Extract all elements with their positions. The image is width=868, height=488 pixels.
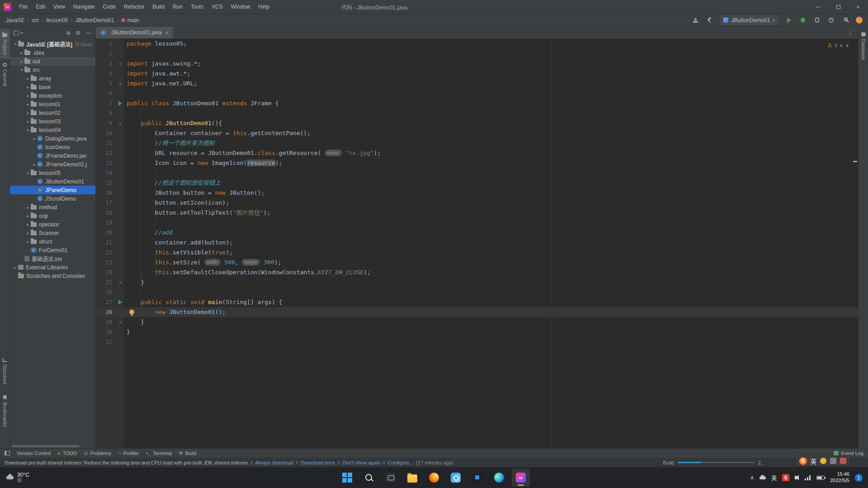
menu-window[interactable]: Window xyxy=(227,0,255,14)
code-line[interactable]: package lesson05; xyxy=(124,39,858,49)
code-line[interactable] xyxy=(124,168,858,178)
code-line[interactable]: this.setSize( width: 500, height: 300); xyxy=(124,258,858,267)
menu-refactor[interactable]: Refactor xyxy=(120,0,148,14)
tree-collapsed-chevron-icon[interactable]: ▸ xyxy=(25,214,31,218)
run-button[interactable] xyxy=(783,15,794,25)
tree-item-jscrolldemo[interactable]: CJScrollDemo xyxy=(10,194,95,203)
hammer-button[interactable] xyxy=(704,15,715,25)
tree-item-idea[interactable]: ▸.idea xyxy=(10,48,95,57)
battery-icon[interactable] xyxy=(816,476,825,480)
code-line[interactable]: Icon icon = new ImageIcon(resource); xyxy=(124,158,858,168)
gutter-line[interactable]: 17 xyxy=(96,198,124,208)
debug-button[interactable] xyxy=(797,15,808,25)
tree-collapsed-chevron-icon[interactable]: ▸ xyxy=(19,51,24,55)
status-action-always-download[interactable]: Always download xyxy=(255,460,293,465)
gutter-line[interactable]: 9∨ xyxy=(96,118,124,128)
tool-window-button-problems[interactable]: ⊙Problems xyxy=(84,450,111,456)
tool-stripe-database[interactable]: Database xyxy=(859,29,868,64)
breadcrumb-item-lesson05[interactable]: lesson05 xyxy=(44,16,70,24)
gutter-line[interactable]: 11 xyxy=(96,138,124,148)
tree-collapsed-chevron-icon[interactable]: ▸ xyxy=(25,85,31,89)
gutter-line[interactable]: 13 xyxy=(96,158,124,168)
code-line[interactable]: button.setIcon(icon); xyxy=(124,198,858,208)
users-button[interactable] xyxy=(690,15,701,25)
tree-item-exception[interactable]: ▸exception xyxy=(10,91,95,100)
tree-item-lesson04[interactable]: ▾lesson04 xyxy=(10,126,95,134)
gutter-line[interactable]: 8 xyxy=(96,108,124,118)
code-line[interactable]: public JButtonDemo01(){ xyxy=(124,118,858,128)
tree-collapsed-chevron-icon[interactable]: ▸ xyxy=(25,205,31,210)
tree-item-scanner[interactable]: ▸Scanner xyxy=(10,229,95,237)
gutter-line[interactable]: 14 xyxy=(96,168,124,178)
tool-stripe-commit[interactable]: Commit xyxy=(0,60,10,90)
search-button[interactable] xyxy=(840,15,850,25)
gutter-line[interactable]: 19 xyxy=(96,218,124,228)
code-line[interactable]: public static void main(String[] args) { xyxy=(124,297,858,307)
tool-stripe-project[interactable]: Project xyxy=(0,29,10,59)
taskbar-clock[interactable]: 15:462022/5/5 xyxy=(830,471,849,484)
tree-collapsed-chevron-icon[interactable]: ▸ xyxy=(25,222,31,227)
tree-collapsed-chevron-icon[interactable]: ▸ xyxy=(19,59,24,64)
breadcrumb-item-jbuttondemo01[interactable]: JButtonDemo01 xyxy=(73,16,116,24)
code-line[interactable] xyxy=(124,89,858,99)
gutter-line[interactable]: 1 xyxy=(96,39,124,49)
prev-warning-icon[interactable]: ∧ xyxy=(840,40,843,50)
run-line-icon[interactable] xyxy=(118,101,122,106)
tool-window-button-todo[interactable]: ≡TODO xyxy=(57,450,77,456)
task-view-taskbar-icon[interactable] xyxy=(382,469,400,487)
notification-badge[interactable]: 1 xyxy=(855,474,863,482)
edge-taskbar-icon[interactable] xyxy=(490,469,508,487)
status-action-don-t-show-again[interactable]: Don't show again xyxy=(342,460,380,465)
warning-stripe-mark[interactable] xyxy=(853,161,857,162)
menu-file[interactable]: File xyxy=(15,0,32,14)
tool-window-button-profiler[interactable]: ◔Profiler xyxy=(118,450,139,456)
code-line[interactable]: Container container = this.getContentPan… xyxy=(124,128,858,138)
gutter-line[interactable]: 22 xyxy=(96,248,124,258)
gutter-line[interactable]: 16 xyxy=(96,188,124,198)
ime-mode-indicator[interactable]: 英 xyxy=(771,474,777,482)
onedrive-icon[interactable] xyxy=(760,476,766,479)
gutter-line[interactable]: 2 xyxy=(96,49,124,59)
gutter-line[interactable]: 6 xyxy=(96,89,124,99)
editor-options-icon[interactable]: ⋮ xyxy=(843,27,858,38)
tree-item-struct[interactable]: ▸struct xyxy=(10,237,95,246)
gutter-line[interactable]: 29∧ xyxy=(96,317,124,327)
close-button[interactable]: × xyxy=(848,0,868,14)
next-warning-icon[interactable]: ∨ xyxy=(845,40,849,50)
tree-item-jframedemo-jav[interactable]: CJFrameDemo.jav xyxy=(10,151,95,160)
code-line[interactable] xyxy=(124,49,858,59)
tool-window-button-version-control[interactable]: Version Control xyxy=(17,450,51,456)
sogou-ime-bar[interactable]: S英 xyxy=(796,455,850,466)
tree-item-method[interactable]: ▸method xyxy=(10,203,95,211)
code-line[interactable]: container.add(button); xyxy=(124,238,858,248)
gutter-line[interactable]: 30 xyxy=(96,327,124,337)
run-config-select[interactable]: JButtonDemo01▾ xyxy=(720,15,778,25)
tab-close-icon[interactable]: × xyxy=(165,29,169,36)
tree-expanded-chevron-icon[interactable]: ▾ xyxy=(25,171,31,175)
editor-tab[interactable]: C JButtonDemo01.java × xyxy=(96,27,173,38)
fold-end-icon[interactable]: ∧ xyxy=(119,79,121,89)
code-line[interactable]: import java.net.URL; xyxy=(124,79,858,89)
minimize-button[interactable] xyxy=(808,0,828,14)
gutter-line[interactable]: 25∧ xyxy=(96,277,124,287)
gutter-line[interactable]: 31 xyxy=(96,337,124,347)
tree-collapsed-chevron-icon[interactable]: ▸ xyxy=(32,162,37,167)
tool-window-button-terminal[interactable]: >_Terminal xyxy=(146,450,171,456)
gutter-line[interactable]: 26 xyxy=(96,287,124,297)
gutter-line[interactable]: 28 xyxy=(96,307,124,317)
weather-widget[interactable]: 30°C 阴 xyxy=(0,467,36,488)
code-line[interactable] xyxy=(124,108,858,118)
menu-tools[interactable]: Tools xyxy=(187,0,208,14)
fold-start-icon[interactable]: ∨ xyxy=(119,118,121,128)
tree-expanded-chevron-icon[interactable]: ▾ xyxy=(13,42,18,47)
tree-collapsed-chevron-icon[interactable]: ▸ xyxy=(25,119,31,124)
intention-bulb-icon[interactable] xyxy=(129,310,134,314)
gutter-line[interactable]: 24 xyxy=(96,267,124,277)
menu-edit[interactable]: Edit xyxy=(32,0,49,14)
fold-start-icon[interactable]: ∨ xyxy=(119,59,121,69)
gutter-line[interactable]: 20 xyxy=(96,228,124,238)
tree-collapsed-chevron-icon[interactable]: ▸ xyxy=(13,265,18,270)
tree-item-icondemo[interactable]: CIconDemo xyxy=(10,143,95,151)
code-line[interactable]: } xyxy=(124,317,858,327)
gutter-line[interactable]: 12 xyxy=(96,148,124,158)
